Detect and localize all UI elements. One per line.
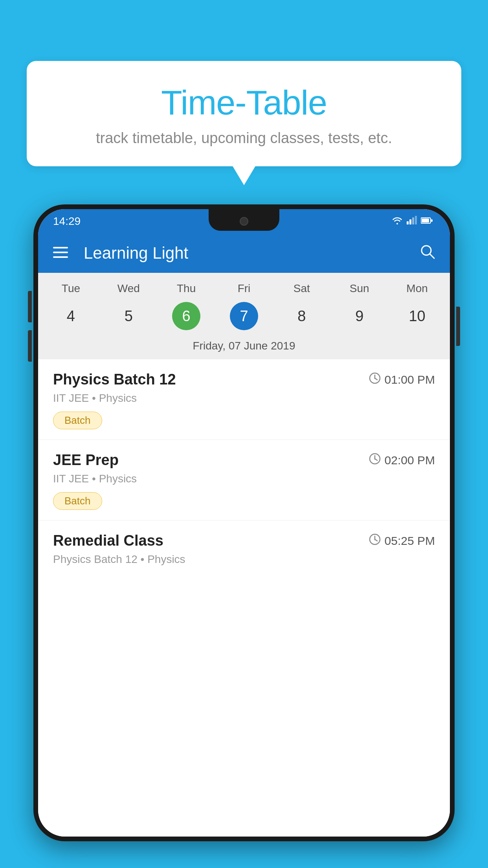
day-header-sat: Sat: [273, 280, 330, 297]
schedule-item-3-header: Remedial Class 05:25 PM: [53, 532, 435, 549]
schedule-item-1-time-text: 01:00 PM: [385, 373, 435, 386]
background: Time-Table track timetable, upcoming cla…: [0, 0, 488, 868]
svg-line-11: [430, 254, 434, 258]
menu-icon[interactable]: [53, 246, 68, 260]
wifi-icon: [392, 216, 403, 227]
speech-bubble-container: Time-Table track timetable, upcoming cla…: [27, 61, 461, 166]
svg-rect-2: [412, 217, 414, 224]
schedule-item-2[interactable]: JEE Prep 02:00 PM: [38, 440, 450, 520]
day-num-5: 5: [114, 302, 143, 330]
day-header-wed: Wed: [100, 280, 158, 297]
signal-icon: [407, 216, 417, 227]
schedule-item-3-time: 05:25 PM: [369, 533, 435, 548]
schedule-item-2-header: JEE Prep 02:00 PM: [53, 452, 435, 469]
phone-camera: [240, 217, 248, 226]
svg-rect-8: [53, 252, 68, 253]
schedule-item-3-title: Remedial Class: [53, 532, 163, 549]
schedule-item-2-title: JEE Prep: [53, 452, 119, 469]
status-time: 14:29: [53, 215, 81, 228]
phone-wrapper: 14:29: [33, 204, 455, 868]
day-num-7-selected: 7: [230, 302, 258, 330]
svg-line-20: [375, 539, 377, 541]
search-icon[interactable]: [420, 244, 435, 263]
day-cell-9[interactable]: 9: [330, 300, 388, 332]
day-cell-10[interactable]: 10: [388, 300, 446, 332]
schedule-item-3-time-text: 05:25 PM: [385, 534, 435, 548]
power-button: [456, 307, 460, 346]
day-cell-6[interactable]: 6: [158, 300, 215, 332]
app-title: Learning Light: [84, 244, 420, 263]
clock-icon-2: [369, 453, 381, 467]
day-num-9: 9: [345, 302, 374, 330]
day-headers: Tue Wed Thu Fri Sat Sun Mon: [42, 273, 446, 297]
schedule-list: Physics Batch 12 01:00 PM: [38, 359, 450, 837]
schedule-item-3-subtitle: Physics Batch 12 • Physics: [53, 553, 435, 566]
phone-screen: 14:29: [38, 209, 450, 837]
status-icons: [392, 216, 433, 227]
day-header-mon: Mon: [388, 280, 446, 297]
svg-rect-7: [53, 247, 68, 248]
svg-rect-1: [409, 219, 411, 224]
phone-notch: [209, 209, 279, 231]
day-cell-7[interactable]: 7: [215, 300, 273, 332]
selected-date-label: Friday, 07 June 2019: [42, 336, 446, 359]
day-cell-5[interactable]: 5: [100, 300, 158, 332]
schedule-item-1-time: 01:00 PM: [369, 372, 435, 387]
volume-up-button: [28, 291, 32, 322]
phone-frame: 14:29: [33, 204, 455, 841]
day-cell-4[interactable]: 4: [42, 300, 100, 332]
schedule-item-1-subtitle: IIT JEE • Physics: [53, 392, 435, 405]
schedule-item-2-badge: Batch: [53, 492, 102, 510]
day-header-sun: Sun: [330, 280, 388, 297]
battery-icon: [421, 216, 433, 226]
svg-rect-6: [431, 219, 433, 222]
schedule-item-1-header: Physics Batch 12 01:00 PM: [53, 371, 435, 388]
svg-line-14: [375, 378, 377, 380]
day-num-4: 4: [57, 302, 85, 330]
volume-down-button: [28, 330, 32, 362]
schedule-item-2-time: 02:00 PM: [369, 453, 435, 467]
clock-icon-3: [369, 533, 381, 548]
day-num-8: 8: [288, 302, 316, 330]
schedule-item-2-subtitle: IIT JEE • Physics: [53, 473, 435, 485]
clock-icon-1: [369, 372, 381, 387]
svg-rect-9: [53, 256, 68, 258]
day-num-10: 10: [403, 302, 431, 330]
svg-rect-5: [422, 219, 429, 223]
day-num-6-today: 6: [172, 302, 200, 330]
calendar-strip: Tue Wed Thu Fri Sat Sun Mon 4 5: [38, 273, 450, 359]
schedule-item-1[interactable]: Physics Batch 12 01:00 PM: [38, 359, 450, 440]
svg-rect-0: [407, 221, 409, 224]
day-header-tue: Tue: [42, 280, 100, 297]
day-header-fri: Fri: [215, 280, 273, 297]
svg-rect-3: [415, 216, 417, 224]
schedule-item-1-title: Physics Batch 12: [53, 371, 176, 388]
bubble-title: Time-Table: [50, 83, 438, 123]
schedule-item-1-badge: Batch: [53, 412, 102, 429]
bubble-subtitle: track timetable, upcoming classes, tests…: [50, 130, 438, 147]
day-header-thu: Thu: [158, 280, 215, 297]
svg-line-17: [375, 459, 377, 460]
schedule-item-3[interactable]: Remedial Class 05:25 PM: [38, 520, 450, 581]
day-cell-8[interactable]: 8: [273, 300, 330, 332]
schedule-item-2-time-text: 02:00 PM: [385, 454, 435, 467]
speech-bubble: Time-Table track timetable, upcoming cla…: [27, 61, 461, 166]
day-numbers: 4 5 6 7 8: [42, 297, 446, 336]
app-bar: Learning Light: [38, 234, 450, 273]
